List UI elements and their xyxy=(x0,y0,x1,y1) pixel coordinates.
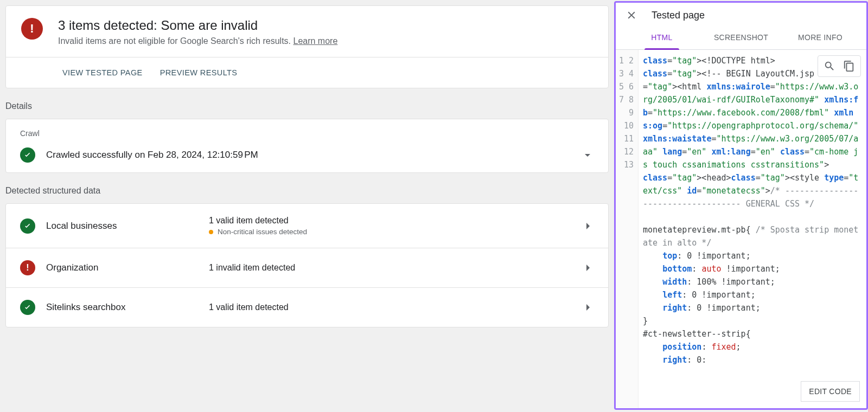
view-tested-page-button[interactable]: VIEW TESTED PAGE xyxy=(60,65,145,80)
copy-icon[interactable] xyxy=(843,60,855,72)
tab-html[interactable]: HTML xyxy=(622,25,701,49)
summary-subtitle-text: Invalid items are not eligible for Googl… xyxy=(58,36,293,46)
preview-results-button[interactable]: PREVIEW RESULTS xyxy=(158,65,240,80)
item-name: Sitelinks searchbox xyxy=(46,302,209,313)
summary-card: ! 3 items detected: Some are invalid Inv… xyxy=(5,5,609,88)
detected-items-list: Local businesses1 valid item detectedNon… xyxy=(5,203,609,327)
close-icon[interactable] xyxy=(626,9,637,21)
crawl-card[interactable]: Crawl Crawled successfully on Feb 28, 20… xyxy=(5,119,609,173)
item-name: Organization xyxy=(46,262,209,273)
structured-data-section-label: Detected structured data xyxy=(5,186,609,196)
chevron-right-icon[interactable] xyxy=(581,220,594,233)
error-icon: ! xyxy=(21,18,43,40)
detected-item-row[interactable]: Local businesses1 valid item detectedNon… xyxy=(6,204,608,248)
chevron-right-icon[interactable] xyxy=(581,261,594,274)
tab-screenshot[interactable]: SCREENSHOT xyxy=(701,25,781,49)
checkmark-icon xyxy=(20,147,35,163)
checkmark-icon xyxy=(20,218,35,234)
summary-title: 3 items detected: Some are invalid xyxy=(58,18,337,33)
edit-code-button[interactable]: EDIT CODE xyxy=(801,381,860,402)
detected-item-row[interactable]: Sitelinks searchbox1 valid item detected xyxy=(6,288,608,327)
checkmark-icon xyxy=(20,300,35,315)
item-status: 1 valid item detected xyxy=(209,302,581,312)
crawl-status-text: Crawled successfully on Feb 28, 2024, 12… xyxy=(46,150,581,160)
item-status: 1 valid item detected xyxy=(209,216,581,226)
warning-dot-icon xyxy=(209,230,213,234)
details-section-label: Details xyxy=(5,101,609,111)
panel-tabs: HTML SCREENSHOT MORE INFO xyxy=(616,25,866,50)
summary-subtitle: Invalid items are not eligible for Googl… xyxy=(58,36,337,46)
detected-item-row[interactable]: !Organization1 invalid item detected xyxy=(6,248,608,288)
code-content[interactable]: class="tag"><!DOCTYPE html> class="tag">… xyxy=(639,50,866,408)
code-area: 1 2 3 4 5 6 7 8 9 10 11 12 13 class="tag… xyxy=(616,50,866,408)
code-gutter: 1 2 3 4 5 6 7 8 9 10 11 12 13 xyxy=(616,50,639,408)
search-icon[interactable] xyxy=(824,60,835,72)
chevron-right-icon[interactable] xyxy=(581,301,594,314)
item-status: 1 invalid item detected xyxy=(209,263,581,273)
code-toolbox xyxy=(818,55,861,77)
error-icon: ! xyxy=(20,260,35,275)
chevron-down-icon[interactable] xyxy=(581,149,594,162)
tested-page-panel: Tested page HTML SCREENSHOT MORE INFO 1 … xyxy=(614,1,868,410)
tab-more-info[interactable]: MORE INFO xyxy=(781,25,860,49)
crawl-label: Crawl xyxy=(20,129,594,138)
item-substatus: Non-critical issues detected xyxy=(209,228,581,236)
item-name: Local businesses xyxy=(46,221,209,231)
learn-more-link[interactable]: Learn more xyxy=(293,36,337,46)
panel-title: Tested page xyxy=(652,10,705,21)
